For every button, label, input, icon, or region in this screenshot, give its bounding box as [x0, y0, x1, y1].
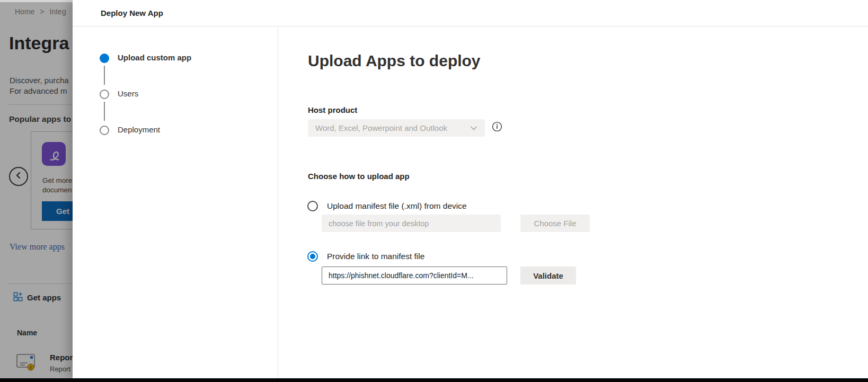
step-users[interactable]: Users — [118, 89, 138, 98]
info-icon[interactable] — [492, 121, 502, 132]
content-heading: Upload Apps to deploy — [308, 52, 481, 70]
step-upload-custom-app[interactable]: Upload custom app — [118, 53, 191, 62]
radio-dot — [310, 254, 315, 259]
host-product-label: Host product — [308, 105, 357, 114]
host-product-dropdown[interactable]: Word, Excel, Powerpoint and Outlook — [308, 119, 485, 137]
panel-title: Deploy New App — [101, 8, 163, 17]
manifest-link-input[interactable] — [322, 266, 507, 285]
choose-file-button[interactable]: Choose File — [520, 215, 590, 232]
screen: Home>Integ Integra Discover, purcha For … — [0, 0, 868, 382]
validate-button[interactable]: Validate — [520, 266, 576, 285]
radio-option-upload-file-label: Upload manifest file (.xml) from device — [327, 201, 467, 211]
step-indicator-upload-custom-app — [100, 54, 109, 63]
radio-unselected-icon[interactable] — [307, 201, 318, 211]
deploy-new-app-panel: Deploy New App Upload custom app Users D… — [73, 0, 868, 378]
panel-header: Deploy New App — [73, 0, 868, 26]
radio-option-provide-link[interactable]: Provide link to manifest file — [307, 251, 424, 262]
choose-upload-method-label: Choose how to upload app — [308, 172, 410, 181]
step-indicator-deployment — [100, 126, 109, 135]
radio-option-provide-link-label: Provide link to manifest file — [327, 252, 424, 261]
radio-selected-icon[interactable] — [307, 251, 318, 262]
step-connector — [104, 102, 105, 121]
chevron-down-icon — [470, 123, 477, 133]
step-deployment[interactable]: Deployment — [118, 125, 160, 134]
top-strip — [0, 0, 73, 2]
radio-option-upload-file[interactable]: Upload manifest file (.xml) from device — [307, 201, 467, 211]
manifest-file-input[interactable] — [322, 215, 501, 232]
bottom-window-edge — [0, 378, 868, 382]
step-connector — [104, 66, 105, 85]
host-product-value: Word, Excel, Powerpoint and Outlook — [315, 123, 470, 132]
step-indicator-users — [100, 90, 109, 99]
